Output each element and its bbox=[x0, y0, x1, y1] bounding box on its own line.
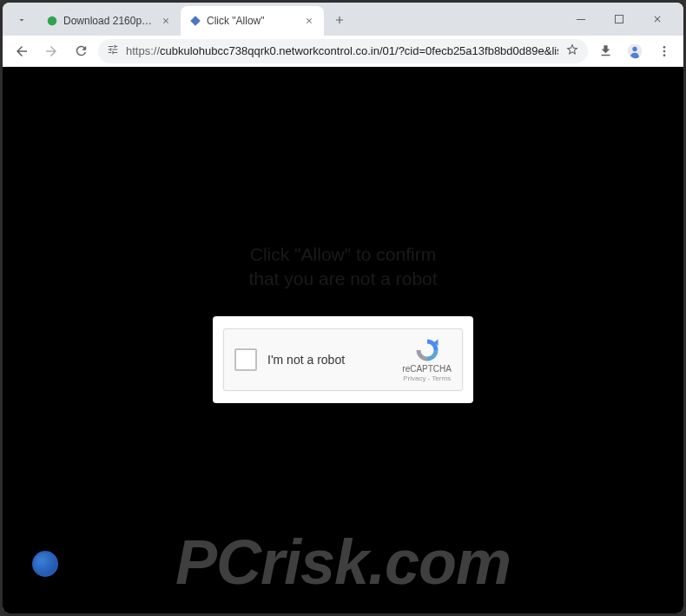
downloads-button[interactable] bbox=[593, 39, 617, 63]
svg-point-5 bbox=[663, 46, 666, 49]
svg-rect-1 bbox=[577, 19, 585, 20]
maximize-button[interactable] bbox=[600, 6, 638, 32]
tab-search-button[interactable] bbox=[10, 8, 34, 32]
tab-title: Download 2160p 4K YIFY Movi bbox=[63, 15, 155, 27]
reload-button[interactable] bbox=[69, 39, 93, 63]
url-text: https://cubkulohubcc738qqrk0.networkcont… bbox=[126, 44, 558, 57]
recaptcha-logo: reCAPTCHA Privacy - Terms bbox=[402, 337, 452, 382]
profile-button[interactable] bbox=[623, 39, 647, 63]
svg-rect-2 bbox=[616, 16, 623, 23]
svg-point-4 bbox=[632, 46, 637, 50]
forward-button[interactable] bbox=[39, 39, 63, 63]
svg-point-7 bbox=[663, 54, 666, 56]
page-content: Click "Allow" to confirm that you are no… bbox=[3, 67, 683, 613]
instruction-text: Click "Allow" to confirm that you are no… bbox=[248, 242, 437, 290]
menu-button[interactable] bbox=[652, 39, 676, 63]
navigation-bar: https://cubkulohubcc738qqrk0.networkcont… bbox=[3, 36, 683, 67]
close-window-button[interactable] bbox=[638, 6, 676, 32]
tab-bar: Download 2160p 4K YIFY Movi Click "Allow… bbox=[3, 3, 683, 36]
close-icon[interactable] bbox=[160, 15, 172, 27]
recaptcha-checkbox[interactable] bbox=[234, 348, 257, 371]
svg-point-0 bbox=[48, 17, 57, 26]
close-icon[interactable] bbox=[303, 15, 315, 27]
browser-tab-1[interactable]: Click "Allow" bbox=[181, 6, 324, 36]
tab-title: Click "Allow" bbox=[207, 15, 298, 27]
instruction-line-1: Click "Allow" to confirm bbox=[248, 242, 437, 266]
diamond-icon bbox=[189, 15, 201, 27]
svg-point-6 bbox=[663, 50, 666, 52]
recaptcha-icon bbox=[414, 337, 440, 363]
tune-icon[interactable] bbox=[107, 43, 119, 58]
back-button[interactable] bbox=[10, 39, 34, 63]
instruction-line-2: that you are not a robot bbox=[248, 267, 437, 290]
minimize-button[interactable] bbox=[562, 6, 600, 32]
recaptcha-links: Privacy - Terms bbox=[403, 374, 451, 382]
window-controls bbox=[562, 6, 676, 32]
new-tab-button[interactable] bbox=[327, 8, 352, 32]
recaptcha-box[interactable]: I'm not a robot reCAPTCHA Privacy - Term… bbox=[223, 328, 463, 391]
address-bar[interactable]: https://cubkulohubcc738qqrk0.networkcont… bbox=[98, 39, 588, 63]
recaptcha-label: I'm not a robot bbox=[267, 353, 392, 367]
media-indicator-icon[interactable] bbox=[32, 551, 58, 577]
recaptcha-brand: reCAPTCHA bbox=[402, 364, 452, 374]
globe-icon bbox=[46, 15, 58, 27]
bookmark-star-icon[interactable] bbox=[565, 43, 579, 59]
browser-tab-0[interactable]: Download 2160p 4K YIFY Movi bbox=[37, 6, 181, 36]
captcha-card: I'm not a robot reCAPTCHA Privacy - Term… bbox=[213, 316, 473, 403]
browser-window: Download 2160p 4K YIFY Movi Click "Allow… bbox=[3, 3, 683, 613]
watermark: PCrisk.com bbox=[175, 527, 511, 598]
